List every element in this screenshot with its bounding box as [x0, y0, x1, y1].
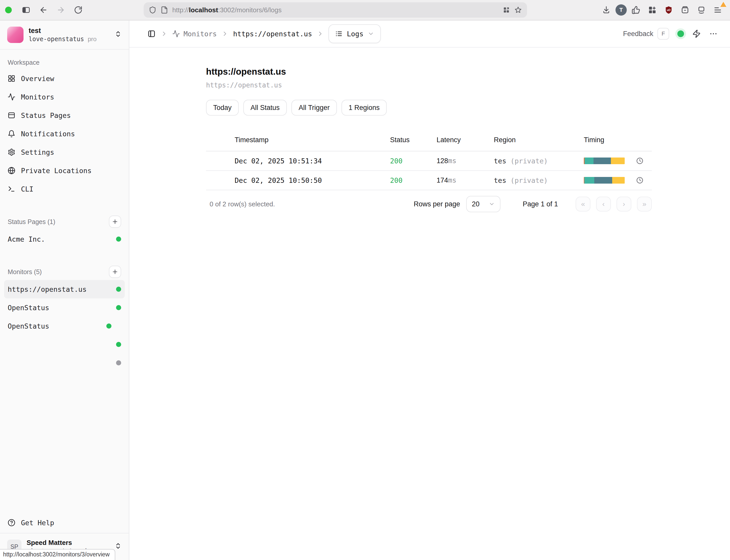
- chevron-right-icon: [161, 30, 168, 37]
- laptop-icon[interactable]: [694, 3, 709, 17]
- sidebar-item-monitors[interactable]: Monitors: [4, 88, 125, 106]
- status-page-item-acme[interactable]: Acme Inc.: [4, 230, 125, 248]
- sidebar-item-status-pages[interactable]: Status Pages: [4, 106, 125, 125]
- url-text[interactable]: http://localhost:3002/monitors/6/logs: [172, 6, 498, 14]
- profile-avatar[interactable]: T: [615, 4, 627, 16]
- next-page-button[interactable]: ›: [616, 197, 631, 211]
- clock-icon: [636, 157, 644, 165]
- monitor-item-openstat-us[interactable]: https://openstat.us: [4, 280, 125, 298]
- filter-status[interactable]: All Status: [243, 100, 287, 116]
- sidebar-item-overview[interactable]: Overview: [4, 69, 125, 88]
- feedback-shortcut-badge: F: [657, 28, 669, 40]
- monitor-label: OpenStatus: [8, 304, 116, 312]
- archive-box-icon[interactable]: [678, 3, 692, 17]
- sidebar-item-label: Overview: [21, 75, 54, 83]
- terminal-icon: [8, 185, 15, 193]
- table-row[interactable]: Dec 02, 2025 10:50:50 200 174ms tes (pri…: [206, 171, 652, 190]
- monitor-item-unnamed-1[interactable]: [4, 335, 125, 354]
- chevrons-up-down-icon: [115, 30, 122, 40]
- column-header-status[interactable]: Status: [377, 136, 423, 144]
- workspace-switcher[interactable]: test love-openstatus pro: [0, 20, 129, 50]
- monitors-section-label: Monitors (5): [8, 268, 42, 276]
- status-dot: [116, 360, 121, 365]
- sidebar: test love-openstatus pro Workspace Overv…: [0, 20, 129, 560]
- first-page-button[interactable]: «: [576, 197, 590, 211]
- monitor-item-openstatus-2[interactable]: OpenStatus: [4, 317, 125, 335]
- page-info: Page 1 of 1: [517, 200, 563, 208]
- monitor-label: https://openstat.us: [8, 285, 116, 293]
- url-bar[interactable]: http://localhost:3002/monitors/6/logs: [144, 2, 527, 18]
- status-dot: [116, 237, 121, 242]
- thumbs-up-extension-icon[interactable]: [629, 3, 643, 17]
- panel-top-icon: [8, 111, 15, 119]
- app-menu-icon[interactable]: [711, 3, 725, 17]
- logs-view-selector[interactable]: Logs: [329, 24, 381, 43]
- filter-trigger[interactable]: All Trigger: [292, 100, 337, 116]
- browser-sidebar-toggle-icon[interactable]: [19, 3, 33, 17]
- back-icon[interactable]: [36, 3, 51, 17]
- breadcrumb-bar: Monitors https://openstat.us Logs Feedba…: [129, 20, 730, 48]
- traffic-light-green[interactable]: [5, 7, 12, 13]
- timestamp-cell: Dec 02, 2025 10:50:50: [221, 176, 377, 184]
- sidebar-item-label: Notifications: [21, 130, 75, 138]
- reload-icon[interactable]: [71, 3, 85, 17]
- chevron-down-icon: [367, 30, 374, 37]
- monitor-item-openstatus-1[interactable]: OpenStatus: [4, 298, 125, 317]
- sidebar-item-settings[interactable]: Settings: [4, 143, 125, 161]
- table-row[interactable]: Dec 02, 2025 10:51:34 200 128ms tes (pri…: [206, 151, 652, 171]
- globe-icon: [8, 167, 15, 174]
- column-header-latency[interactable]: Latency: [423, 136, 480, 144]
- sidebar-item-label: CLI: [21, 185, 33, 193]
- breadcrumb-monitors[interactable]: Monitors: [172, 30, 217, 38]
- last-page-button[interactable]: »: [637, 197, 652, 211]
- column-header-timing[interactable]: Timing: [570, 136, 652, 144]
- help-circle-icon: [8, 519, 15, 527]
- more-menu-icon[interactable]: [709, 29, 718, 38]
- status-dot: [116, 287, 121, 292]
- rows-per-page-select[interactable]: 20: [466, 196, 500, 212]
- get-help-button[interactable]: Get Help: [4, 512, 125, 533]
- sidebar-item-notifications[interactable]: Notifications: [4, 125, 125, 143]
- table-header-row: Timestamp Status Latency Region Timing: [206, 129, 652, 151]
- chevron-right-icon: [317, 30, 324, 37]
- bookmark-star-icon[interactable]: [514, 6, 522, 14]
- get-help-label: Get Help: [21, 519, 54, 527]
- shield-icon[interactable]: [149, 6, 157, 14]
- sidebar-item-private-locations[interactable]: Private Locations: [4, 161, 125, 180]
- column-header-region[interactable]: Region: [480, 136, 570, 144]
- browser-toolbar: http://localhost:3002/monitors/6/logs T …: [0, 0, 730, 20]
- update-badge: [720, 2, 726, 7]
- prev-page-button[interactable]: ‹: [596, 197, 611, 211]
- plus-icon: [112, 218, 118, 225]
- add-status-page-button[interactable]: [109, 216, 121, 228]
- sidebar-item-label: Private Locations: [21, 167, 92, 175]
- page-subtitle: https://openstat.us: [206, 81, 652, 89]
- svg-text:uO: uO: [667, 8, 671, 12]
- plus-icon: [112, 268, 118, 275]
- downloads-icon[interactable]: [599, 3, 613, 17]
- timestamp-cell: Dec 02, 2025 10:51:34: [221, 157, 377, 165]
- monitor-label: OpenStatus: [8, 322, 106, 330]
- monitor-item-unnamed-2[interactable]: [4, 354, 125, 372]
- page-icon[interactable]: [161, 6, 168, 14]
- list-icon: [335, 30, 343, 38]
- live-status-dot: [677, 30, 684, 37]
- filter-date[interactable]: Today: [206, 100, 239, 116]
- ublock-shield-icon[interactable]: uO: [661, 3, 676, 17]
- extensions-icon[interactable]: [645, 3, 659, 17]
- gear-icon: [8, 148, 15, 156]
- feedback-button[interactable]: Feedback F: [623, 28, 669, 40]
- zap-icon[interactable]: [692, 29, 701, 38]
- selected-rows-text: 0 of 2 row(s) selected.: [206, 200, 275, 208]
- sidebar-item-cli[interactable]: CLI: [4, 180, 125, 198]
- filter-regions[interactable]: 1 Regions: [342, 100, 387, 116]
- breadcrumb-monitor-name[interactable]: https://openstat.us: [233, 30, 312, 38]
- workspace-section-label: Workspace: [4, 54, 125, 69]
- add-monitor-button[interactable]: [109, 266, 121, 278]
- panel-toggle-icon[interactable]: [147, 29, 156, 38]
- tiles-expand-icon[interactable]: [502, 6, 510, 14]
- forward-icon: [54, 3, 68, 17]
- chevron-down-icon: [489, 201, 495, 207]
- timing-cell: [570, 176, 652, 184]
- column-header-timestamp[interactable]: Timestamp: [221, 136, 377, 144]
